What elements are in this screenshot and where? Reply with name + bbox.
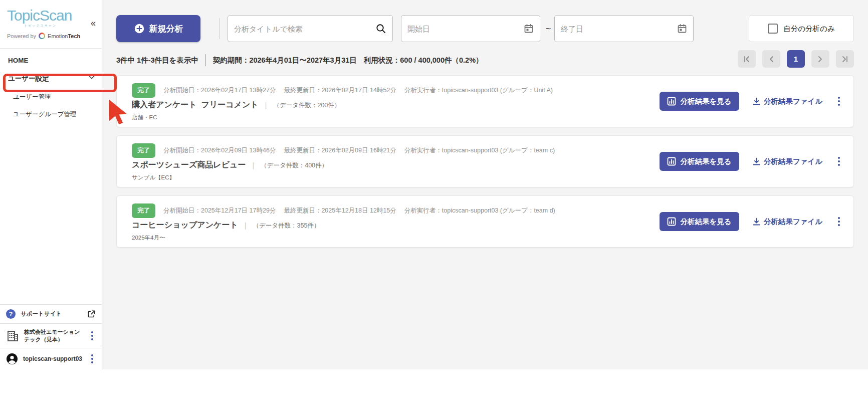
- card-menu-kebab-icon[interactable]: [835, 97, 842, 106]
- plus-circle-icon: [134, 23, 145, 34]
- contract-period: 契約期間：2026年4月01日〜2027年3月31日: [213, 56, 357, 65]
- external-link-icon: [87, 310, 96, 318]
- company-row: 株式会社エモーション テック（見本）: [0, 323, 102, 348]
- download-icon: [752, 157, 761, 166]
- view-results-button[interactable]: 分析結果を見る: [660, 92, 739, 111]
- status-badge: 完了: [132, 83, 155, 98]
- search-box: [228, 15, 393, 42]
- bar-chart-icon: [667, 157, 676, 166]
- summary-divider: [205, 54, 206, 66]
- checkbox-unchecked[interactable]: [768, 24, 778, 34]
- showing-count: 3件中 1件-3件目を表示中: [116, 56, 198, 65]
- last-updated-date: 最終更新日：2025年12月18日 12時15分: [284, 206, 396, 215]
- user-avatar-icon: [6, 353, 18, 365]
- analysis-start-date: 分析開始日：2026年02月17日 13時27分: [163, 86, 276, 95]
- analysis-title: コーヒーショップアンケート: [132, 220, 238, 231]
- download-icon: [752, 97, 761, 106]
- view-results-button[interactable]: 分析結果を見る: [660, 152, 739, 171]
- start-date-input[interactable]: [407, 25, 524, 33]
- next-page-button[interactable]: [811, 50, 829, 68]
- card-menu-kebab-icon[interactable]: [835, 157, 842, 166]
- prev-page-button[interactable]: [762, 50, 780, 68]
- company-menu-kebab-icon[interactable]: [89, 331, 96, 340]
- analysis-executor: 分析実行者：topicscan-support03 (グループ：Unit A): [404, 86, 553, 95]
- end-date-box: [554, 15, 694, 42]
- card-meta: 分析開始日：2026年02月09日 13時46分 最終更新日：2026年02月0…: [163, 146, 555, 155]
- main-content: 新規分析 ~ 自分の分析のみ 3件中 1件: [102, 0, 868, 369]
- powered-by: Powered by EmotionTech: [7, 33, 102, 39]
- powered-by-label: Powered by: [7, 33, 36, 39]
- usage-value: 600 / 400,000件（0.2%）: [400, 56, 483, 64]
- emotiontech-logo-icon: [39, 33, 45, 39]
- current-page-button[interactable]: 1: [787, 50, 805, 68]
- analysis-executor: 分析実行者：topicscan-support03 (グループ：team d): [404, 206, 555, 215]
- status-badge: 完了: [132, 203, 155, 218]
- user-row: topicscan-support03: [0, 348, 102, 369]
- only-my-analyses-toggle[interactable]: 自分の分析のみ: [749, 15, 854, 42]
- sidebar-nav: HOME ユーザー設定 ユーザー管理 ユーザーグループ管理: [0, 49, 102, 123]
- support-site-link[interactable]: ? サポートサイト: [0, 304, 102, 323]
- sidebar-bottom: ? サポートサイト 株式会社エモーション テック（見本）: [0, 304, 102, 369]
- search-icon[interactable]: [375, 23, 386, 34]
- results-summary: 3件中 1件-3件目を表示中 契約期間：2026年4月01日〜2027年3月31…: [116, 54, 483, 66]
- view-results-button[interactable]: 分析結果を見る: [660, 212, 739, 231]
- sidebar-item-home[interactable]: HOME: [0, 52, 102, 69]
- logo-kana-subtitle: トピックスキャン: [24, 24, 102, 28]
- sidebar-item-user-management[interactable]: ユーザー管理: [0, 88, 102, 106]
- results-file-link[interactable]: 分析結果ファイル: [752, 217, 822, 227]
- usage-label: 利用状況：: [364, 56, 400, 64]
- support-site-label: サポートサイト: [21, 310, 82, 318]
- title-separator: ｜: [263, 101, 270, 110]
- last-updated-date: 最終更新日：2026年02月17日 14時52分: [284, 86, 396, 95]
- sidebar-item-user-group-management[interactable]: ユーザーグループ管理: [0, 106, 102, 123]
- company-name: 株式会社エモーション テック（見本）: [24, 328, 84, 343]
- only-my-analyses-label: 自分の分析のみ: [783, 24, 835, 34]
- powered-brand-light: Emotion: [48, 33, 68, 39]
- analysis-tag: サンプル【EC】: [132, 174, 175, 181]
- analysis-title: 購入者アンケート_フリーコメント: [132, 100, 259, 110]
- first-page-button[interactable]: [738, 50, 756, 68]
- analysis-tag: 2025年4月〜: [132, 234, 165, 242]
- card-menu-kebab-icon[interactable]: [835, 217, 842, 226]
- bar-chart-icon: [667, 97, 676, 106]
- data-count: （データ件数：400件）: [261, 161, 328, 170]
- new-analysis-button[interactable]: 新規分析: [116, 15, 200, 42]
- download-icon: [752, 218, 761, 226]
- data-count: （データ件数：355件）: [253, 222, 320, 230]
- building-icon: [6, 329, 19, 342]
- last-page-button[interactable]: [836, 50, 854, 68]
- bar-chart-icon: [667, 217, 676, 226]
- analysis-start-date: 分析開始日：2025年12月17日 17時29分: [163, 206, 276, 215]
- username: topicscan-support03: [23, 355, 84, 362]
- calendar-icon[interactable]: [677, 24, 687, 34]
- end-date-input[interactable]: [561, 25, 677, 33]
- logo-area: TopicScan トピックスキャン « Powered by EmotionT…: [0, 0, 102, 49]
- analysis-executor: 分析実行者：topicscan-support03 (グループ：team c): [404, 146, 555, 155]
- results-file-link[interactable]: 分析結果ファイル: [752, 97, 822, 106]
- last-updated-date: 最終更新日：2026年02月09日 16時21分: [284, 146, 396, 155]
- sidebar-collapse-icon[interactable]: «: [91, 18, 96, 29]
- chevron-down-icon: [89, 75, 95, 79]
- user-menu-kebab-icon[interactable]: [89, 354, 96, 363]
- pagination: 1: [738, 50, 854, 68]
- analysis-tag: 店舗・EC: [132, 114, 157, 121]
- app-window: TopicScan トピックスキャン « Powered by EmotionT…: [0, 0, 868, 369]
- calendar-icon[interactable]: [524, 24, 534, 34]
- card-meta: 分析開始日：2025年12月17日 17時29分 最終更新日：2025年12月1…: [163, 206, 555, 215]
- sidebar-item-user-settings[interactable]: ユーザー設定: [0, 69, 102, 88]
- analysis-card: 完了 分析開始日：2026年02月17日 13時27分 最終更新日：2026年0…: [116, 75, 854, 127]
- results-file-link[interactable]: 分析結果ファイル: [752, 157, 822, 166]
- analysis-start-date: 分析開始日：2026年02月09日 13時46分: [163, 146, 276, 155]
- search-input[interactable]: [234, 25, 375, 33]
- analysis-card: 完了 分析開始日：2026年02月09日 13時46分 最終更新日：2026年0…: [116, 135, 854, 187]
- data-count: （データ件数：200件）: [273, 101, 340, 110]
- title-separator: ｜: [250, 161, 257, 170]
- analysis-card: 完了 分析開始日：2025年12月17日 17時29分 最終更新日：2025年1…: [116, 195, 854, 248]
- analysis-title: スポーツシューズ商品レビュー: [132, 160, 246, 170]
- topicscan-logo: TopicScan: [7, 8, 102, 23]
- date-range-separator: ~: [542, 23, 554, 34]
- sidebar: TopicScan トピックスキャン « Powered by EmotionT…: [0, 0, 102, 369]
- title-separator: ｜: [242, 221, 249, 230]
- powered-brand-bold: Tech: [68, 33, 80, 39]
- status-badge: 完了: [132, 143, 155, 158]
